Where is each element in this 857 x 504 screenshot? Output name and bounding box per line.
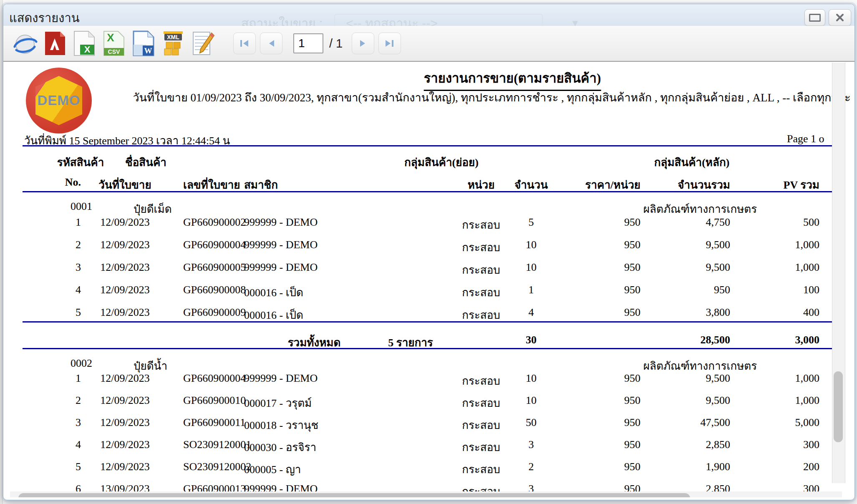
table-header-row: No. วันที่ใบขาย เลขที่ใบขาย สมาชิก หน่วย… xyxy=(24,176,821,193)
cell-amount: 47,500 xyxy=(644,416,733,433)
table-row: 5 12/09/2023 GP660900009 000016 - เป็ด ก… xyxy=(24,306,821,323)
cell-date: 12/09/2023 xyxy=(87,261,156,278)
cell-amount: 950 xyxy=(644,284,733,301)
cell-amount: 9,500 xyxy=(644,261,733,278)
table-row: 3 12/09/2023 GP660900005 999999 - DEMO ก… xyxy=(24,261,821,278)
cell-qty: 50 xyxy=(506,416,556,433)
cell-pv: 1,000 xyxy=(733,394,821,411)
cell-unit: กระสอบ xyxy=(456,306,506,323)
pdf-export-icon xyxy=(43,31,67,56)
col-header-amount: จำนวนรวม xyxy=(644,176,733,193)
group-code: 0002 xyxy=(71,357,92,370)
cell-price: 950 xyxy=(556,394,644,411)
cell-no: 3 xyxy=(24,416,87,433)
cell-price: 950 xyxy=(556,216,644,233)
next-page-button[interactable] xyxy=(352,33,374,54)
last-page-button[interactable] xyxy=(378,33,401,54)
next-page-icon xyxy=(360,39,366,48)
cell-unit: กระสอบ xyxy=(456,438,506,456)
col-header-subgroup: กลุ่มสินค้า(ย่อย) xyxy=(404,154,479,171)
cell-amount: 2,850 xyxy=(644,438,733,456)
logo-hexagon: DEMO xyxy=(35,76,82,125)
company-logo: DEMO xyxy=(26,68,92,134)
table-row: 1 12/09/2023 GP660900002 999999 - DEMO ก… xyxy=(24,216,821,233)
svg-text:X: X xyxy=(107,31,114,44)
cell-no: 2 xyxy=(24,394,87,411)
cell-qty: 10 xyxy=(506,239,556,256)
col-header-member: สมาชิก xyxy=(235,176,456,193)
cell-amount: 9,500 xyxy=(644,372,733,389)
col-header-product-name: ชื่อสินค้า xyxy=(125,154,166,171)
maximize-button[interactable] xyxy=(804,9,825,26)
cell-qty: 10 xyxy=(506,261,556,278)
page-total-label: / 1 xyxy=(329,37,343,50)
summary-pv: 3,000 xyxy=(733,334,819,346)
group-main-group: ผลิตภัณฑ์ทางการเกษตร xyxy=(643,357,757,374)
maximize-icon xyxy=(809,14,821,22)
vertical-scrollbar[interactable] xyxy=(832,63,845,483)
export-html-button[interactable] xyxy=(12,30,38,57)
cell-date: 12/09/2023 xyxy=(87,461,156,478)
cell-price: 950 xyxy=(556,438,644,456)
edit-notepad-icon xyxy=(191,30,215,56)
cell-no: 5 xyxy=(24,306,87,323)
first-page-button[interactable] xyxy=(233,33,256,54)
export-csv-button[interactable]: X CSV xyxy=(101,30,127,57)
col-header-doc: เลขที่ใบขาย xyxy=(156,176,235,193)
cell-no: 1 xyxy=(24,216,87,233)
cell-date: 12/09/2023 xyxy=(87,372,156,389)
cell-price: 950 xyxy=(556,284,644,301)
edit-report-button[interactable] xyxy=(189,30,216,57)
cell-qty: 5 xyxy=(506,216,556,233)
cell-doc: GP660900004 xyxy=(156,239,235,256)
cell-date: 12/09/2023 xyxy=(87,216,156,233)
page-number-input[interactable] xyxy=(293,33,323,53)
previous-page-icon xyxy=(268,39,275,48)
horizontal-scrollbar-thumb[interactable] xyxy=(18,493,690,497)
table-row: 3 12/09/2023 GP660900011 000018 - วรานุช… xyxy=(24,416,821,433)
report-viewer-dialog: แสดงรายงาน สถานะใบขาย : <-- ทุกสถานะ -->… xyxy=(3,4,855,500)
horizontal-scrollbar[interactable] xyxy=(10,491,842,497)
cell-no: 2 xyxy=(24,239,87,256)
cell-price: 950 xyxy=(556,461,644,478)
export-excel-button[interactable]: X xyxy=(71,30,98,57)
export-xml-button[interactable]: XML xyxy=(160,30,187,57)
summary-qty: 30 xyxy=(506,334,556,346)
summary-amount: 28,500 xyxy=(644,334,730,346)
group-main-group: ผลิตภัณฑ์ทางการเกษตร xyxy=(643,200,757,217)
group-name: ปุ๋ยดีเม็ด xyxy=(134,200,172,217)
cell-unit: กระสอบ xyxy=(456,239,506,256)
cell-qty: 4 xyxy=(506,306,556,323)
col-header-no: No. xyxy=(24,176,87,193)
group-name: ปุ๋ยดีน้ำ xyxy=(134,357,167,374)
export-pdf-button[interactable] xyxy=(41,30,68,57)
vertical-scrollbar-thumb[interactable] xyxy=(834,371,843,442)
close-icon xyxy=(836,13,844,22)
cell-amount: 4,750 xyxy=(644,216,733,233)
cell-pv: 1,000 xyxy=(733,239,821,256)
cell-date: 12/09/2023 xyxy=(87,306,156,323)
table-row: 1 12/09/2023 GP660900004 999999 - DEMO ก… xyxy=(24,372,821,389)
export-word-button[interactable]: W xyxy=(130,30,157,57)
table-row: 2 12/09/2023 GP660900010 000017 - วรุตม์… xyxy=(24,394,821,411)
group-code: 0001 xyxy=(71,200,92,213)
cell-amount: 3,800 xyxy=(644,306,733,323)
divider xyxy=(23,191,842,192)
previous-page-button[interactable] xyxy=(260,33,282,54)
cell-unit: กระสอบ xyxy=(456,372,506,389)
table-row: 4 12/09/2023 GP660900008 000016 - เป็ด ก… xyxy=(24,284,821,301)
dialog-title: แสดงรายงาน xyxy=(9,8,80,28)
cell-doc: SO2309120001 xyxy=(156,438,235,456)
close-button[interactable] xyxy=(829,9,851,26)
cell-amount: 9,500 xyxy=(644,394,733,411)
cell-date: 12/09/2023 xyxy=(87,239,156,256)
cell-date: 12/09/2023 xyxy=(87,416,156,433)
cell-no: 3 xyxy=(24,261,87,278)
table-row: 4 12/09/2023 SO2309120001 000030 - อรจิร… xyxy=(24,438,821,456)
word-export-icon: W xyxy=(132,30,155,56)
col-header-date: วันที่ใบขาย xyxy=(87,176,156,193)
col-header-product-code: รหัสสินค้า xyxy=(57,154,104,171)
cell-price: 950 xyxy=(556,306,644,323)
divider xyxy=(23,348,842,349)
cell-doc: GP660900008 xyxy=(156,284,235,301)
